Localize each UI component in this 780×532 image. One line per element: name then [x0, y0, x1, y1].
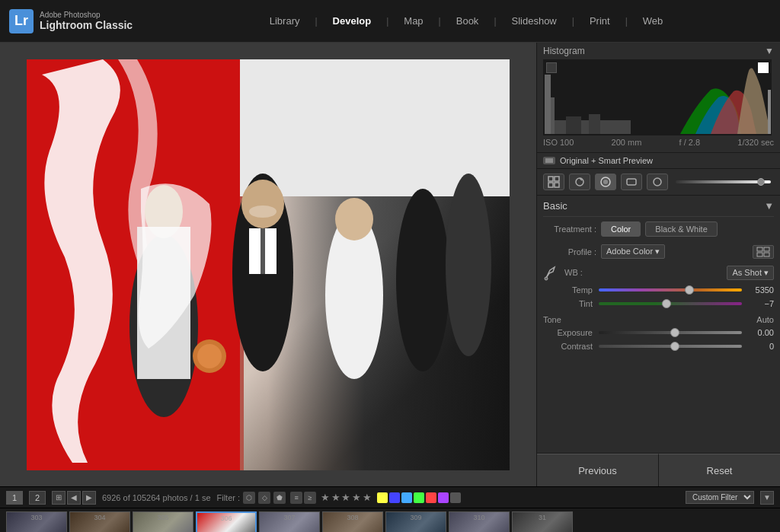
temp-slider[interactable] — [599, 288, 742, 291]
previous-button[interactable]: Previous — [537, 454, 659, 486]
logo-area: Lr Adobe Photoshop Lightroom Classic — [0, 9, 152, 33]
exposure-handle[interactable] — [670, 328, 679, 337]
nav-develop[interactable]: Develop — [322, 11, 382, 31]
nav-book[interactable]: Book — [446, 11, 490, 31]
temp-row: Temp 5350 — [543, 283, 774, 297]
nav-web[interactable]: Web — [632, 11, 674, 31]
filmstrip-thumb-305[interactable]: 305 — [133, 511, 193, 533]
filter-area: Filter : ⬡ ◇ ⬟ ≡ ≥ ★ ★ ★ ★ ★ — [217, 492, 371, 504]
tint-label: Tint — [543, 299, 593, 308]
treatment-bw[interactable]: Black & White — [645, 221, 717, 237]
contrast-label: Contrast — [543, 342, 593, 351]
svg-rect-24 — [555, 177, 559, 181]
flag-icon[interactable]: ≡ — [290, 492, 302, 504]
section-collapse[interactable]: ▼ — [764, 200, 774, 212]
filter-icon3[interactable]: ⬟ — [273, 492, 286, 504]
svg-point-37 — [545, 277, 548, 280]
histogram-arrow[interactable]: ▼ — [765, 46, 774, 56]
nav-map[interactable]: Map — [393, 11, 433, 31]
hist-clipping-shadows[interactable] — [546, 62, 557, 73]
view-mode-1[interactable]: 1 — [6, 491, 23, 505]
tool-grid[interactable] — [543, 174, 564, 190]
app-title: Adobe Photoshop Lightroom Classic — [40, 11, 133, 31]
svg-rect-25 — [548, 183, 553, 187]
star-filter[interactable]: ★ ★ ★ ★ ★ — [321, 492, 370, 503]
filter-icon1[interactable]: ⬡ — [243, 492, 255, 504]
exposure-slider[interactable] — [599, 331, 742, 334]
filmstrip-thumb-307[interactable]: 307 — [259, 511, 320, 533]
eyedropper-tool[interactable] — [543, 265, 558, 280]
contrast-slider[interactable] — [599, 345, 742, 348]
main-area: Histogram ▼ — [0, 43, 780, 486]
filmstrip-thumb-308[interactable]: 308 — [322, 511, 383, 533]
color-filter-purple[interactable] — [438, 492, 449, 503]
svg-rect-22 — [768, 90, 771, 134]
svg-point-30 — [603, 180, 608, 184]
tool-redeye[interactable] — [621, 174, 642, 190]
top-bar: Lr Adobe Photoshop Lightroom Classic Lib… — [0, 0, 780, 43]
color-filter-cyan[interactable] — [401, 492, 412, 503]
contrast-handle[interactable] — [670, 342, 679, 351]
exif-focal: 200 mm — [612, 138, 642, 147]
tool-heal[interactable] — [595, 174, 616, 190]
treatment-color[interactable]: Color — [601, 221, 641, 237]
color-filter-blue[interactable] — [389, 492, 400, 503]
color-filter-yellow[interactable] — [377, 492, 388, 503]
nav-library[interactable]: Library — [259, 11, 311, 31]
svg-point-12 — [446, 174, 491, 356]
svg-rect-26 — [555, 183, 559, 187]
color-filter-none[interactable] — [450, 492, 461, 503]
tint-slider[interactable] — [599, 302, 742, 305]
tone-curve-handle[interactable] — [757, 178, 765, 186]
exposure-value: 0.00 — [746, 328, 774, 337]
nav-sep6: | — [625, 11, 628, 31]
image-panel — [0, 43, 536, 486]
tool-crop[interactable] — [569, 174, 590, 190]
view-mode-2[interactable]: 2 — [29, 491, 46, 505]
profile-select[interactable]: Adobe Color ▾ — [601, 244, 665, 259]
wb-row: WB : As Shot ▾ — [543, 262, 774, 283]
filmstrip-thumb-303[interactable]: 303 — [6, 511, 67, 533]
custom-filter-select[interactable]: Custom Filter — [686, 491, 754, 504]
filter-label: Filter : — [217, 493, 241, 502]
auto-button[interactable]: Auto — [756, 315, 774, 324]
filmstrip-thumb-304[interactable]: 304 — [69, 511, 130, 533]
filmstrip-thumb-309[interactable]: 309 — [385, 511, 446, 533]
nav-grid[interactable]: ⊞ — [52, 491, 66, 505]
svg-point-10 — [335, 198, 373, 241]
svg-point-32 — [654, 178, 661, 186]
wb-label: WB : — [564, 268, 583, 277]
sort-icon[interactable]: ≥ — [304, 492, 316, 504]
tool-gradfilt[interactable] — [647, 174, 668, 190]
svg-rect-36 — [764, 253, 769, 256]
tint-value: −7 — [746, 299, 774, 308]
color-filter-green[interactable] — [414, 492, 424, 503]
color-filter-red[interactable] — [426, 492, 436, 503]
filmstrip-thumb-306[interactable]: 306 — [196, 511, 257, 533]
filmstrip-thumb-310[interactable]: 310 — [449, 511, 510, 533]
histogram-title: Histogram — [543, 46, 585, 56]
hist-clipping-highlights[interactable] — [758, 62, 769, 73]
nav-print[interactable]: Print — [579, 11, 621, 31]
exif-shutter: 1/320 sec — [737, 138, 774, 147]
histogram-canvas — [543, 59, 772, 135]
nav-prev[interactable]: ◀ — [67, 491, 81, 505]
filter-icon2[interactable]: ◇ — [258, 492, 270, 504]
nav-next[interactable]: ▶ — [82, 491, 96, 505]
temp-handle[interactable] — [685, 285, 694, 295]
reset-button[interactable]: Reset — [659, 454, 780, 486]
smart-preview-label: Original + Smart Preview — [560, 156, 653, 165]
tint-handle[interactable] — [662, 299, 671, 308]
profile-grid-btn[interactable] — [753, 245, 774, 259]
app-name: Lightroom Classic — [40, 19, 133, 31]
treatment-row: Treatment : Color Black & White — [543, 217, 774, 241]
nav-slideshow[interactable]: Slideshow — [501, 11, 567, 31]
wb-select[interactable]: As Shot ▾ — [727, 266, 774, 280]
temp-value: 5350 — [746, 285, 774, 295]
tone-curve-slider[interactable] — [676, 180, 771, 183]
statusbar: 1 2 ⊞ ◀ ▶ 6926 of 105264 photos / 1 se F… — [0, 486, 780, 508]
smart-preview-row[interactable]: Original + Smart Preview — [537, 153, 780, 169]
filter-expand[interactable]: ▼ — [760, 491, 774, 505]
svg-point-14 — [197, 344, 222, 368]
filmstrip-thumb-311[interactable]: 31 — [512, 511, 573, 533]
